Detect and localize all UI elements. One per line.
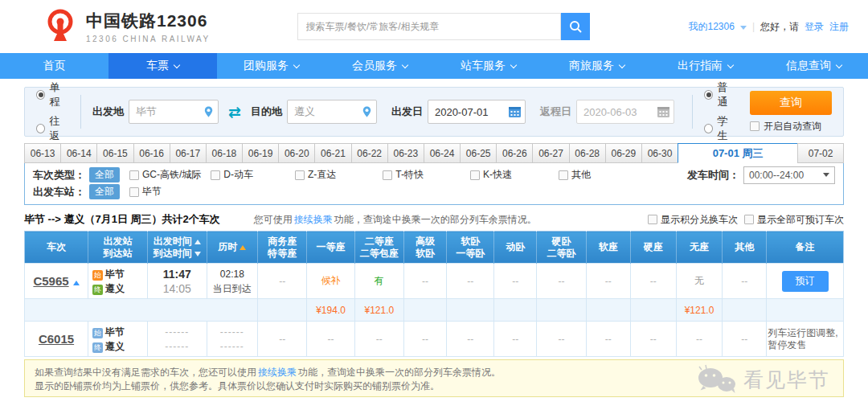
- student-passenger-option[interactable]: 学生: [704, 114, 737, 143]
- start-station-badge: 始: [92, 270, 103, 281]
- date-tab-06-19[interactable]: 06-19: [242, 143, 279, 163]
- nav-item-tickets[interactable]: 车票: [108, 53, 217, 79]
- register-link[interactable]: 注册: [829, 20, 849, 34]
- my-12306-link[interactable]: 我的12306: [689, 20, 735, 34]
- business-seat-cell: --: [258, 264, 307, 299]
- show-all-bookable-checkbox[interactable]: [744, 215, 754, 224]
- nav-item-member-services[interactable]: 会员服务: [326, 53, 434, 79]
- filter-type-t-option[interactable]: T-特快: [383, 168, 424, 182]
- date-tab-06-17[interactable]: 06-17: [170, 143, 207, 163]
- student-passenger-radio[interactable]: [704, 124, 713, 133]
- filter-station-bijie-checkbox[interactable]: [129, 187, 139, 197]
- date-tab-06-26[interactable]: 06-26: [496, 143, 533, 163]
- first-class-cell[interactable]: 候补: [307, 264, 354, 299]
- date-tab-06-28[interactable]: 06-28: [569, 143, 606, 163]
- train-number-link[interactable]: C5965: [33, 274, 68, 288]
- first-class-cell: --: [307, 322, 354, 357]
- nav-label: 商旅服务: [569, 59, 614, 73]
- filter-type-z-option[interactable]: Z-直达: [295, 168, 336, 182]
- one-way-radio[interactable]: [36, 90, 45, 100]
- location-pin-icon[interactable]: [203, 105, 215, 118]
- book-button[interactable]: 预订: [782, 271, 829, 292]
- date-tab-06-22[interactable]: 06-22: [351, 143, 388, 163]
- normal-passenger-option[interactable]: 普通: [704, 80, 737, 109]
- filter-type-gc-checkbox[interactable]: [129, 170, 139, 180]
- nav-item-info-query[interactable]: 信息查询: [760, 53, 868, 79]
- date-tab-06-21[interactable]: 06-21: [314, 143, 351, 163]
- filter-type-other-option[interactable]: 其他: [559, 168, 591, 182]
- date-tab-06-14[interactable]: 06-14: [60, 143, 97, 163]
- depart-time-select[interactable]: 00:00--24:00: [743, 166, 835, 184]
- filter-type-gc-option[interactable]: GC-高铁/城际: [129, 168, 201, 182]
- train-type-all-badge[interactable]: 全部: [89, 167, 120, 182]
- col-duration[interactable]: 历时: [207, 232, 257, 264]
- chevron-down-icon: [293, 61, 300, 68]
- hard-seat-cell: --: [630, 322, 676, 357]
- normal-passenger-radio[interactable]: [704, 90, 713, 100]
- date-tab-06-15[interactable]: 06-15: [96, 143, 133, 163]
- filter-station-bijie-option[interactable]: 毕节: [129, 185, 162, 199]
- show-all-bookable-option[interactable]: 显示全部可预订车次: [744, 213, 844, 227]
- nav-item-group-services[interactable]: 团购服务: [217, 53, 326, 79]
- filter-type-k-option[interactable]: K-快速: [470, 168, 512, 182]
- date-tab-06-20[interactable]: 06-20: [278, 143, 315, 163]
- nav-label: 站车服务: [461, 59, 506, 73]
- nav-item-station-services[interactable]: 站车服务: [434, 53, 542, 79]
- transfer-link[interactable]: 接续换乘: [294, 214, 333, 225]
- train-number-link[interactable]: C6015: [39, 332, 74, 346]
- date-tab-06-29[interactable]: 06-29: [605, 143, 642, 163]
- date-tab-06-27[interactable]: 06-27: [532, 143, 569, 163]
- search-input[interactable]: [297, 13, 561, 40]
- sort-desc-icon[interactable]: [194, 252, 201, 256]
- depart-time-label: 发车时间：: [687, 168, 739, 182]
- date-tab-06-13[interactable]: 06-13: [24, 143, 61, 163]
- calendar-icon[interactable]: [508, 105, 522, 118]
- query-button[interactable]: 查询: [750, 91, 832, 115]
- auto-query-checkbox[interactable]: [750, 121, 760, 131]
- filter-type-z-checkbox[interactable]: [295, 170, 305, 180]
- date-tab-06-18[interactable]: 06-18: [206, 143, 243, 163]
- date-tab-06-16[interactable]: 06-16: [133, 143, 170, 163]
- nav-item-travel-guide[interactable]: 出行指南: [651, 53, 760, 79]
- login-link[interactable]: 登录: [805, 20, 824, 34]
- show-points-option[interactable]: 显示积分兑换车次: [648, 213, 738, 227]
- divider: [692, 95, 693, 129]
- nav-label: 出行指南: [678, 59, 723, 73]
- depart-station-all-badge[interactable]: 全部: [89, 184, 120, 199]
- train-row-c5965: C5965 始毕节 终遵义 11:47 14:05 02:18 当日到达 -- …: [25, 264, 844, 299]
- date-tab-06-24[interactable]: 06-24: [424, 143, 461, 163]
- chevron-down-icon: [402, 61, 408, 68]
- collapse-arrow-icon[interactable]: [73, 281, 80, 285]
- date-tab-06-25[interactable]: 06-25: [460, 143, 497, 163]
- round-trip-option[interactable]: 往返: [36, 114, 69, 143]
- transfer-link[interactable]: 接续换乘: [258, 367, 297, 378]
- filter-type-d-checkbox[interactable]: [211, 170, 220, 180]
- one-way-option[interactable]: 单程: [36, 80, 69, 109]
- filter-type-other-checkbox[interactable]: [559, 170, 568, 180]
- filter-type-t-checkbox[interactable]: [383, 170, 392, 180]
- filter-type-d-option[interactable]: D-动车: [211, 168, 253, 182]
- nav-item-business-travel[interactable]: 商旅服务: [542, 53, 651, 79]
- date-tab-07-01-selected[interactable]: 07-01 周三: [678, 143, 798, 163]
- col-times[interactable]: 出发时间 到达时间: [147, 232, 207, 264]
- chevron-down-icon: [510, 61, 517, 68]
- col-train-no[interactable]: 车次: [25, 232, 88, 264]
- date-tab-06-23[interactable]: 06-23: [387, 143, 424, 163]
- search-button[interactable]: [561, 13, 590, 40]
- date-tab-07-02[interactable]: 07-02: [797, 143, 844, 163]
- swap-stations-icon[interactable]: ⇄: [228, 105, 241, 120]
- sort-asc-active-icon[interactable]: [240, 245, 246, 250]
- nav-item-home[interactable]: 首页: [0, 53, 108, 79]
- round-trip-radio[interactable]: [36, 124, 45, 133]
- auto-query-option[interactable]: 开启自动查询: [750, 120, 821, 133]
- divider: [80, 95, 81, 129]
- filter-type-k-checkbox[interactable]: [470, 170, 480, 180]
- location-pin-icon[interactable]: [361, 105, 373, 118]
- round-trip-label: 往返: [49, 114, 69, 143]
- sort-asc-icon[interactable]: [194, 240, 201, 244]
- nav-label: 会员服务: [352, 59, 397, 73]
- main-nav: 首页 车票 团购服务 会员服务 站车服务 商旅服务 出行指南 信息查询: [0, 53, 868, 79]
- user-links: 我的12306 | 您好，请 登录 注册: [689, 20, 850, 34]
- date-tab-06-30[interactable]: 06-30: [641, 143, 678, 163]
- show-points-checkbox[interactable]: [648, 215, 657, 224]
